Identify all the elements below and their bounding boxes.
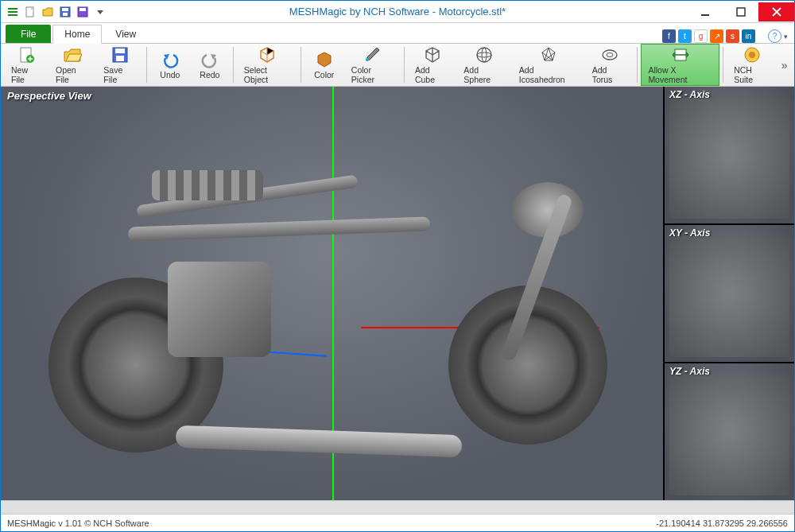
social-links: f t g ↗ s in ? ▾ xyxy=(662,29,794,43)
tab-file[interactable]: File xyxy=(6,25,51,43)
add-cube-button[interactable]: Add Cube xyxy=(408,44,456,86)
svg-point-20 xyxy=(603,50,617,60)
viewport-area: Perspective View XZ - Axis XY - Axis YZ … xyxy=(1,87,794,500)
redo-icon xyxy=(200,50,219,69)
cube-icon xyxy=(423,45,442,64)
svg-rect-0 xyxy=(8,8,17,10)
frame-top xyxy=(128,216,430,241)
nch-suite-button[interactable]: NCH Suite xyxy=(727,44,778,86)
seat xyxy=(152,170,263,200)
add-icosahedron-button[interactable]: Add Icosahedron xyxy=(512,44,585,86)
qat-open-icon[interactable] xyxy=(41,5,55,19)
select-object-icon xyxy=(258,45,277,64)
model-placeholder xyxy=(48,142,631,445)
toolbar-separator xyxy=(301,47,301,83)
status-coords: -21.190414 31.873295 29.266556 xyxy=(656,518,788,528)
svg-point-21 xyxy=(607,53,613,57)
color-picker-icon xyxy=(363,45,382,64)
tab-view[interactable]: View xyxy=(103,25,148,43)
svg-point-19 xyxy=(482,48,487,62)
window-controls xyxy=(687,2,794,21)
window-title: MESHMagic by NCH Software - Motorcycle.s… xyxy=(1,6,794,17)
status-version: MESHMagic v 1.01 © NCH Software xyxy=(7,518,149,528)
toolbar-separator xyxy=(637,47,638,83)
qat-save-icon[interactable] xyxy=(58,5,72,19)
sphere-icon xyxy=(475,45,494,64)
svg-rect-8 xyxy=(80,8,86,11)
qat-dropdown-icon[interactable] xyxy=(93,5,107,19)
scroll-thumb[interactable] xyxy=(1,501,794,514)
quick-access-toolbar xyxy=(1,5,107,19)
help-dropdown-icon[interactable]: ▾ xyxy=(784,33,788,41)
open-file-button[interactable]: Open File xyxy=(48,44,96,86)
toolbar-separator xyxy=(146,47,147,83)
svg-rect-6 xyxy=(63,13,68,16)
minimize-button[interactable] xyxy=(687,2,723,21)
close-button[interactable] xyxy=(758,2,794,21)
add-sphere-button[interactable]: Add Sphere xyxy=(456,44,512,86)
allow-x-movement-button[interactable]: Allow X Movement xyxy=(641,44,719,86)
toolbar: New File Open File Save File Undo Redo S… xyxy=(1,44,794,87)
svg-rect-2 xyxy=(8,14,17,16)
linkedin-icon[interactable]: in xyxy=(742,29,755,43)
perspective-viewport[interactable]: Perspective View xyxy=(1,87,663,500)
toolbar-separator xyxy=(404,47,405,83)
help-icon[interactable]: ? xyxy=(768,29,781,43)
redo-button[interactable]: Redo xyxy=(190,44,230,86)
side-viewports: XZ - Axis XY - Axis YZ - Axis xyxy=(663,87,794,500)
horizontal-scrollbar[interactable] xyxy=(1,500,794,514)
icosahedron-icon xyxy=(539,45,558,64)
status-bar: MESHMagic v 1.01 © NCH Software -21.1904… xyxy=(1,514,794,531)
svg-point-24 xyxy=(749,52,755,58)
share-icon[interactable]: ↗ xyxy=(710,29,723,43)
color-picker-button[interactable]: Color Picker xyxy=(344,44,401,86)
add-torus-button[interactable]: Add Torus xyxy=(585,44,634,86)
xy-content xyxy=(669,236,789,357)
new-file-button[interactable]: New File xyxy=(4,44,48,86)
svg-rect-15 xyxy=(116,56,124,61)
svg-rect-1 xyxy=(8,11,17,13)
undo-icon xyxy=(161,50,180,69)
svg-point-18 xyxy=(477,52,491,57)
toolbar-separator xyxy=(723,47,723,83)
select-object-button[interactable]: Select Object xyxy=(237,44,297,86)
svg-rect-14 xyxy=(115,49,125,53)
save-file-icon xyxy=(111,45,130,64)
title-bar: MESHMagic by NCH Software - Motorcycle.s… xyxy=(1,1,794,23)
facebook-icon[interactable]: f xyxy=(662,29,676,43)
qat-menu-icon[interactable] xyxy=(6,5,20,19)
maximize-button[interactable] xyxy=(723,2,758,21)
svg-point-16 xyxy=(366,58,369,61)
main-view-label: Perspective View xyxy=(7,90,91,102)
tab-home[interactable]: Home xyxy=(52,25,102,44)
engine-block xyxy=(168,262,271,357)
move-x-icon xyxy=(671,45,690,64)
xy-viewport[interactable]: XY - Axis xyxy=(665,225,794,363)
qat-new-icon[interactable] xyxy=(23,5,37,19)
open-file-icon xyxy=(63,45,82,64)
undo-button[interactable]: Undo xyxy=(150,44,190,86)
color-button[interactable]: Color xyxy=(304,44,344,86)
exhaust xyxy=(176,425,463,458)
xz-viewport[interactable]: XZ - Axis xyxy=(665,87,794,225)
svg-rect-10 xyxy=(737,8,745,16)
svg-rect-5 xyxy=(62,8,68,11)
ribbon-tabs: File Home View f t g ↗ s in ? ▾ xyxy=(1,23,794,44)
qat-save-as-icon[interactable] xyxy=(76,5,90,19)
xz-content xyxy=(669,98,789,219)
new-file-icon xyxy=(17,45,36,64)
toolbar-overflow-icon[interactable]: » xyxy=(778,44,791,86)
color-icon xyxy=(315,50,334,69)
yz-viewport[interactable]: YZ - Axis xyxy=(665,363,794,500)
svg-point-17 xyxy=(477,48,491,62)
save-file-button[interactable]: Save File xyxy=(96,44,143,86)
svg-rect-9 xyxy=(701,14,709,16)
google-icon[interactable]: g xyxy=(694,29,708,43)
torus-icon xyxy=(600,45,619,64)
nch-suite-icon xyxy=(743,45,762,64)
toolbar-separator xyxy=(233,47,234,83)
yz-content xyxy=(669,375,789,495)
twitter-icon[interactable]: t xyxy=(678,29,692,43)
stumble-icon[interactable]: s xyxy=(726,29,739,43)
